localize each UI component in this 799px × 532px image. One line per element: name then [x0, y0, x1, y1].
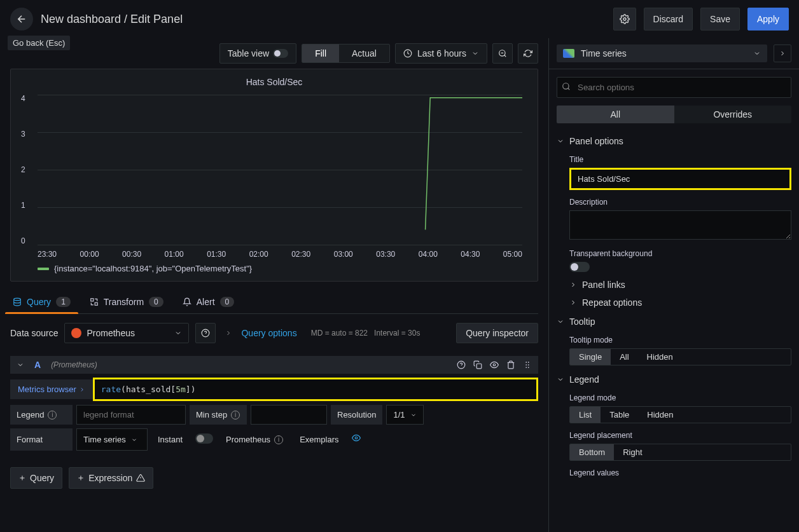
table-view-toggle[interactable]: Table view [219, 43, 296, 64]
tooltip-single[interactable]: Single [570, 349, 611, 365]
legend-bottom[interactable]: Bottom [570, 444, 614, 460]
query-options-link[interactable]: Query options [241, 328, 296, 338]
warning-icon [136, 474, 145, 482]
plus-icon [77, 474, 85, 482]
tab-alert[interactable]: Alert 0 [180, 292, 237, 313]
tooltip-mode-group[interactable]: Single All Hidden [569, 348, 791, 365]
chevron-down-icon [174, 329, 182, 337]
transform-icon [90, 297, 99, 306]
tab-query[interactable]: Query 1 [10, 292, 73, 313]
eye-icon[interactable] [352, 433, 361, 442]
format-label: Format [10, 428, 73, 451]
tab-all[interactable]: All [557, 106, 674, 123]
chevron-down-icon [557, 318, 564, 325]
info-icon[interactable]: i [274, 435, 283, 444]
legend-hidden[interactable]: Hidden [638, 407, 682, 423]
add-expression-button[interactable]: Expression [69, 467, 153, 489]
zoom-out-button[interactable] [492, 43, 513, 64]
svg-point-17 [563, 83, 569, 89]
query-input[interactable]: rate(hats_sold[5m]) [93, 378, 538, 401]
format-select[interactable]: Time series [76, 428, 148, 451]
chevron-right-icon [79, 386, 85, 393]
chart-title: Hats Sold/Sec [18, 77, 530, 87]
legend-right[interactable]: Right [614, 444, 651, 460]
page-title: New dashboard / Edit Panel [41, 13, 183, 26]
tooltip-all[interactable]: All [611, 349, 637, 365]
refresh-button[interactable] [518, 43, 538, 64]
minstep-label: Min stepi [190, 405, 247, 425]
chevron-right-icon [569, 281, 577, 289]
panel-links-section[interactable]: Panel links [549, 276, 799, 294]
settings-button[interactable] [613, 8, 636, 31]
legend-mode-group[interactable]: List Table Hidden [569, 406, 791, 423]
svg-point-13 [528, 364, 529, 365]
plus-icon [18, 474, 26, 482]
question-icon [201, 329, 210, 338]
back-button[interactable]: Go back (Esc) [10, 8, 33, 31]
zoom-out-icon [498, 49, 507, 58]
tooltip-hidden[interactable]: Hidden [638, 349, 682, 365]
query-inspector-button[interactable]: Query inspector [456, 323, 538, 343]
fill-actual-toggle[interactable]: Fill Actual [302, 44, 390, 63]
x-axis: 23:3000:0000:3001:0001:3002:0002:3003:00… [38, 250, 522, 259]
datasource-select[interactable]: Prometheus [64, 323, 189, 343]
help-icon[interactable] [457, 360, 466, 369]
fill-option[interactable]: Fill [302, 44, 339, 62]
tab-overrides[interactable]: Overrides [674, 106, 792, 123]
chevron-right-icon [569, 299, 577, 306]
datasource-help-button[interactable] [195, 323, 216, 343]
chevron-down-icon [753, 50, 761, 57]
transparent-bg-toggle[interactable] [569, 262, 590, 272]
panel-title-input[interactable] [569, 168, 791, 190]
section-tooltip[interactable]: Tooltip [549, 311, 799, 332]
legend-text: {instance="localhost:9184", job="OpenTel… [54, 264, 252, 273]
refresh-icon [524, 49, 532, 58]
info-icon[interactable]: i [231, 411, 240, 419]
back-tooltip: Go back (Esc) [8, 36, 70, 50]
legend-placement-group[interactable]: Bottom Right [569, 444, 791, 461]
chart-line [38, 95, 522, 245]
actual-option[interactable]: Actual [339, 44, 389, 62]
prometheus-label: Prometheusi [219, 428, 289, 451]
info-icon[interactable]: i [48, 411, 57, 419]
minstep-input[interactable] [251, 405, 327, 425]
drag-icon[interactable] [523, 360, 532, 369]
resolution-select[interactable]: 1/1 [386, 405, 423, 425]
svg-point-14 [525, 367, 527, 368]
query-header[interactable]: A (Prometheus) [10, 356, 538, 374]
svg-point-3 [14, 298, 21, 301]
gear-icon [620, 14, 630, 24]
svg-point-11 [528, 362, 529, 363]
tab-transform[interactable]: Transform 0 [87, 292, 166, 313]
time-range-picker[interactable]: Last 6 hours [395, 43, 487, 64]
clock-icon [403, 49, 412, 58]
search-options-input[interactable] [557, 77, 791, 98]
save-button[interactable]: Save [700, 8, 740, 31]
eye-icon[interactable] [490, 360, 499, 369]
chevron-down-icon [410, 412, 417, 418]
add-query-button[interactable]: Query [10, 467, 62, 489]
legend-list[interactable]: List [570, 407, 601, 423]
expand-panel-button[interactable] [774, 44, 791, 62]
copy-icon[interactable] [473, 360, 482, 369]
arrow-left-icon [16, 13, 27, 25]
legend-input[interactable] [76, 405, 186, 425]
metrics-browser-button[interactable]: Metrics browser [10, 379, 93, 399]
repeat-options-section[interactable]: Repeat options [549, 294, 799, 311]
svg-rect-4 [91, 299, 94, 301]
database-icon [13, 297, 22, 306]
section-panel-options[interactable]: Panel options [549, 131, 799, 151]
panel-description-input[interactable] [569, 210, 791, 240]
title-field-label: Title [569, 155, 791, 164]
visualization-picker[interactable]: Time series [557, 44, 767, 62]
trash-icon[interactable] [506, 360, 515, 369]
section-legend[interactable]: Legend [549, 369, 799, 390]
apply-button[interactable]: Apply [747, 8, 789, 31]
transparent-bg-label: Transparent background [569, 249, 791, 258]
instant-toggle[interactable] [195, 433, 213, 444]
legend-table[interactable]: Table [601, 407, 638, 423]
svg-point-12 [525, 364, 527, 365]
datasource-label: Data source [10, 328, 58, 338]
discard-button[interactable]: Discard [644, 8, 693, 31]
bell-icon [183, 297, 191, 306]
